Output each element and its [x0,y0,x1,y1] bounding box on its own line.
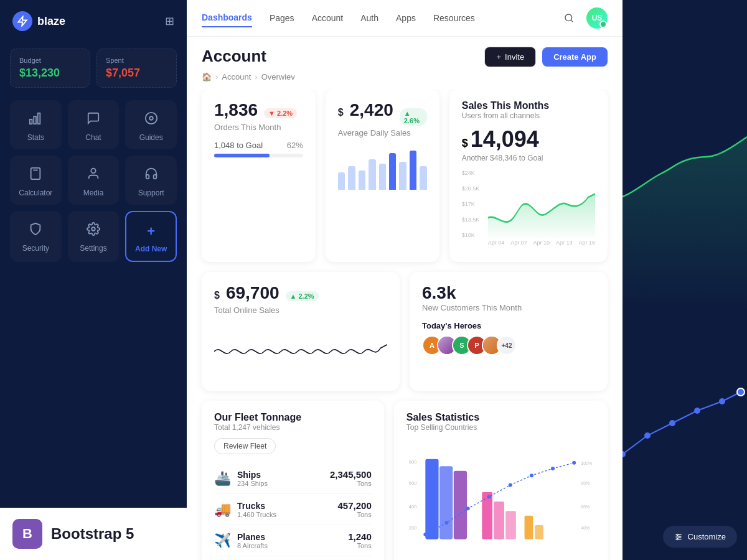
row-1: 1,836 ▼ 2.2% Orders This Month 1,048 to … [202,89,608,262]
svg-rect-29 [535,525,543,539]
breadcrumb-account[interactable]: Account [222,72,251,82]
trucks-icon: 🚚 [214,502,231,518]
sidebar-label-settings: Settings [80,244,106,253]
svg-point-30 [423,533,427,536]
orders-card: 1,836 ▼ 2.2% Orders This Month 1,048 to … [202,89,316,262]
sidebar-item-support[interactable]: Support [125,156,177,205]
tab-resources[interactable]: Resources [433,9,475,27]
orders-value: 1,836 [214,100,258,120]
sidebar-item-security[interactable]: Security [10,211,62,262]
review-fleet-button[interactable]: Review Fleet [214,438,276,454]
bar-5 [379,164,386,190]
bar-1 [338,172,345,190]
user-avatar[interactable]: US [586,7,608,29]
stats-chart: 800 600 400 200 [406,439,595,560]
orders-progress-fill [214,154,270,157]
budget-row: Budget $13,230 Spent $7,057 [0,42,187,100]
invite-button[interactable]: + Invite [484,47,536,67]
create-app-button[interactable]: Create App [542,47,608,67]
svg-text:80%: 80% [581,481,590,485]
planes-unit: Tons [348,542,372,549]
hero-count: +42 [497,335,517,355]
online-sales-chart [214,324,387,380]
fleet-row-trucks: 🚚 Trucks 1,460 Trucks 457,200 Tons [214,494,372,525]
planes-icon: ✈️ [214,533,231,549]
svg-text:100%: 100% [581,461,591,465]
svg-point-53 [677,534,678,535]
sidebar-item-media[interactable]: Media [68,156,120,205]
sidebar-item-guides[interactable]: Guides [125,100,177,149]
logo-icon [12,11,32,31]
calculator-icon [29,167,42,184]
fleet-title: Our Fleet Tonnage [214,412,372,423]
svg-point-33 [487,495,491,498]
top-nav-links: Dashboards Pages Account Auth Apps Resou… [202,9,475,27]
media-icon [87,167,100,184]
right-panel: Customize [622,0,747,560]
sales-chart-svg [488,170,595,238]
logo-text: blaze [37,15,65,28]
trucks-count: 1,460 Trucks [237,511,276,518]
fleet-card: Our Fleet Tonnage Total 1,247 vehicles R… [202,401,384,560]
bootstrap-text: Bootstrap 5 [51,525,134,543]
sales-months-subtitle: Users from all channels [462,111,595,120]
search-button[interactable] [559,8,579,28]
x-label-5: Apr 16 [578,240,595,246]
orders-progress-pct: 62% [287,141,303,150]
svg-line-17 [571,20,573,22]
tab-auth[interactable]: Auth [360,9,378,27]
fleet-row-ships: 🚢 Ships 234 Ships 2,345,500 Tons [214,463,372,494]
sales-months-card: Sales This Months Users from all channel… [449,89,608,262]
svg-rect-1 [30,119,32,124]
customize-label: Customize [688,532,726,541]
fleet-subtitle: Total 1,247 vehicles [214,423,372,432]
page-actions: + Invite Create App [484,47,608,67]
svg-point-48 [719,398,725,404]
sales-stats-card: Sales Statistics Top Selling Countries 8… [394,401,608,560]
customize-button[interactable]: Customize [663,526,737,548]
main-content: Dashboards Pages Account Auth Apps Resou… [187,0,622,560]
right-panel-chart [622,0,747,311]
security-icon [29,222,42,239]
online-dollar: $ [214,290,220,301]
tab-account[interactable]: Account [312,9,344,27]
x-label-4: Apr 13 [556,240,573,246]
y-label-5: $10K [462,232,486,238]
svg-point-49 [737,388,745,396]
tab-dashboards[interactable]: Dashboards [202,9,252,27]
online-sales-badge: ▲ 2.2% [286,291,319,301]
sidebar-item-add-new[interactable]: + Add New [125,211,177,262]
tab-pages[interactable]: Pages [270,9,294,27]
breadcrumb: 🏠 › Account › Overwiev [187,72,622,89]
fleet-row-planes: ✈️ Planes 8 Aircrafts 1,240 Tons [214,525,372,556]
x-label-1: Apr 04 [488,240,505,246]
svg-point-55 [677,538,678,539]
sidebar-item-calculator[interactable]: Calculator [10,156,62,205]
heroes-avatars: A S P +42 [422,335,595,355]
stats-chart-svg: 800 600 400 200 [406,439,595,560]
sales-goal-text: Another $48,346 to Goal [462,154,595,162]
fleet-row-trains: 🚂 Trains 804,300 [214,556,372,560]
sidebar-item-stats[interactable]: Stats [10,100,62,149]
x-label-2: Apr 07 [510,240,527,246]
daily-sales-chart [338,146,427,190]
sidebar-label-calculator: Calculator [19,189,52,197]
sidebar-item-settings[interactable]: Settings [68,211,120,262]
sidebar-menu-icon[interactable]: ⊞ [165,14,174,28]
y-label-4: $13.5K [462,217,486,223]
breadcrumb-home[interactable]: 🏠 [202,72,212,82]
sales-dollar-sign: $ [462,137,468,150]
budget-label: Budget [19,57,81,64]
sidebar-item-chat[interactable]: Chat [68,100,120,149]
chat-icon [87,111,100,128]
ships-unit: Tons [330,480,372,487]
tab-apps[interactable]: Apps [396,9,416,27]
page-title: Account [202,47,266,66]
dashboard-scroll: 1,836 ▼ 2.2% Orders This Month 1,048 to … [187,89,622,560]
ships-count: 234 Ships [237,480,268,487]
spent-label: Spent [106,57,167,64]
svg-point-4 [145,113,156,124]
spent-value: $7,057 [106,67,167,80]
daily-sales-card: $ 2,420 ▲ 2.6% Average Daily Sales [326,89,439,262]
orders-badge: ▼ 2.2% [264,108,297,118]
